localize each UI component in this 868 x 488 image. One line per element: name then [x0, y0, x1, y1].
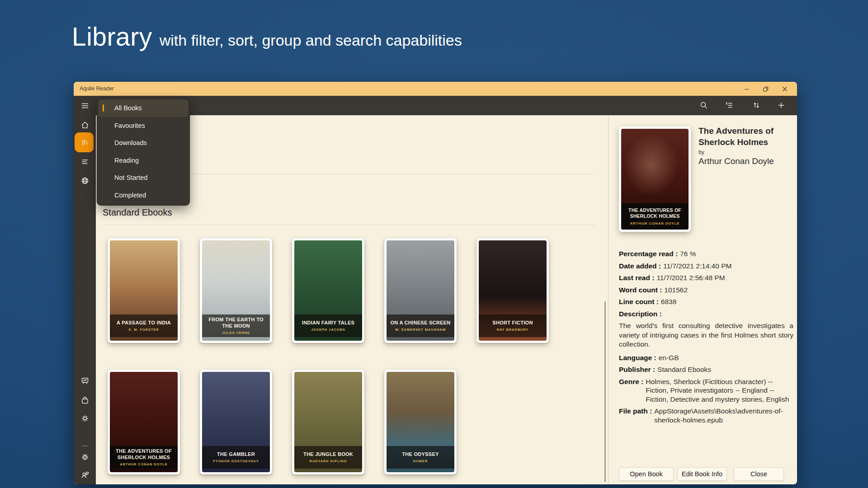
field-genre: Genre :Holmes, Sherlock (Fictitious char… — [619, 377, 793, 404]
globe-icon — [80, 176, 90, 185]
sort-button[interactable] — [747, 97, 765, 114]
book-cover[interactable]: THE ODYSSEY HOMER — [384, 370, 457, 474]
book-title: THE ODYSSEY — [402, 451, 439, 457]
book-cover-art: FROM THE EARTH TO THE MOON JULES VERNE — [202, 240, 270, 341]
restore-button[interactable] — [756, 82, 775, 96]
window-title: Aquile Reader — [80, 82, 114, 96]
menu-item-all-books[interactable]: All Books — [99, 99, 188, 117]
add-book-button[interactable] — [772, 97, 790, 114]
book-author: W. SOMERSET MAUGHAM — [395, 328, 446, 332]
book-cover[interactable]: SHORT FICTION RAY BRADBURY — [476, 238, 549, 343]
sidebar-item-debug[interactable] — [75, 448, 94, 465]
book-detail-panel: THE ADVENTURES OF SHERLOCK HOLMES ARTHUR… — [608, 115, 797, 484]
categories-icon — [80, 157, 90, 166]
minimize-icon — [742, 84, 751, 94]
shopping-bag-icon — [80, 396, 90, 405]
plus-icon — [777, 101, 786, 110]
search-icon — [699, 101, 708, 110]
sidebar-item-feedback[interactable] — [75, 466, 94, 483]
book-author: JOSEPH JACOBS — [311, 328, 345, 332]
close-panel-button[interactable]: Close — [734, 467, 784, 481]
open-book-button[interactable]: Open Book — [619, 467, 674, 481]
menu-item-label: Reading — [114, 157, 139, 164]
field-date-added: Date added :11/7/2021 2:14:40 PM — [619, 262, 793, 271]
detail-cover-title: THE ADVENTURES OF SHERLOCK HOLMES — [623, 207, 687, 219]
page-heading: Library with filter, sort, group and sea… — [72, 22, 462, 52]
book-title: THE ADVENTURES OF SHERLOCK HOLMES — [112, 448, 176, 460]
sidebar-item-settings[interactable] — [75, 410, 94, 427]
scrollbar[interactable] — [604, 301, 606, 482]
book-cover[interactable]: A PASSAGE TO INDIA E. M. FORSTER — [108, 238, 180, 343]
group-title: Standard Ebooks — [103, 207, 172, 218]
book-cover-art: THE GAMBLER FYODOR DOSTOEVSKY — [202, 372, 270, 472]
book-cover[interactable]: THE GAMBLER FYODOR DOSTOEVSKY — [200, 370, 272, 474]
group-list-button[interactable] — [720, 97, 738, 114]
library-filter-dropdown: All Books Favourites Downloads Reading N… — [97, 98, 190, 206]
menu-item-not-started[interactable]: Not Started — [99, 169, 188, 187]
book-caption-band: SHORT FICTION RAY BRADBURY — [479, 314, 547, 337]
selected-accent-bar — [103, 104, 104, 112]
sidebar-item-home[interactable] — [75, 117, 94, 134]
book-author: FYODOR DOSTOEVSKY — [213, 459, 259, 463]
book-title: INDIAN FAIRY TALES — [302, 320, 354, 326]
app-window: Aquile Reader — [74, 82, 797, 484]
sidebar — [74, 96, 96, 484]
sidebar-item-browse-web[interactable] — [75, 172, 94, 189]
book-cover[interactable]: INDIAN FAIRY TALES JOSEPH JACOBS — [292, 238, 364, 343]
group-title-underline — [103, 225, 595, 225]
field-line-count: Line count :6838 — [619, 297, 793, 306]
book-caption-band: THE ADVENTURES OF SHERLOCK HOLMES ARTHUR… — [110, 446, 178, 469]
book-cover[interactable]: THE ADVENTURES OF SHERLOCK HOLMES ARTHUR… — [108, 370, 180, 474]
library-books-icon — [80, 138, 90, 147]
book-title: A PASSAGE TO INDIA — [117, 320, 171, 326]
home-icon — [80, 121, 90, 130]
close-button[interactable] — [775, 82, 794, 96]
detail-caption-band: THE ADVENTURES OF SHERLOCK HOLMES ARTHUR… — [621, 203, 689, 230]
group-list-icon — [725, 101, 734, 110]
book-author: RAY BRADBURY — [497, 328, 529, 332]
detail-by-label: by — [698, 149, 793, 155]
nav-menu-button[interactable] — [75, 97, 94, 114]
sidebar-item-categories[interactable] — [75, 153, 94, 170]
menu-item-downloads[interactable]: Downloads — [99, 134, 188, 152]
detail-title-block: The Adventures ofSherlock Holmes by Arth… — [698, 125, 793, 166]
book-cover-art: A PASSAGE TO INDIA E. M. FORSTER — [110, 240, 178, 341]
close-icon — [780, 84, 789, 94]
titlebar[interactable]: Aquile Reader — [74, 82, 797, 96]
book-cover-art: THE JUNGLE BOOK RUDYARD KIPLING — [294, 372, 362, 472]
book-title: ON A CHINESE SCREEN — [390, 320, 450, 326]
minimize-button[interactable] — [737, 82, 756, 96]
menu-item-label: Favourites — [114, 122, 145, 129]
book-cover-art: INDIAN FAIRY TALES JOSEPH JACOBS — [294, 240, 362, 341]
book-author: E. M. FORSTER — [128, 328, 159, 332]
book-cover[interactable]: FROM THE EARTH TO THE MOON JULES VERNE — [200, 238, 272, 343]
sidebar-divider — [81, 446, 88, 446]
book-title: THE JUNGLE BOOK — [303, 451, 353, 457]
menu-item-reading[interactable]: Reading — [99, 152, 188, 169]
detail-cover-author: ARTHUR CONAN DOYLE — [630, 221, 680, 225]
book-caption-band: INDIAN FAIRY TALES JOSEPH JACOBS — [294, 314, 362, 337]
description-text: The world’s first consulting detective i… — [619, 321, 793, 349]
book-caption-band: A PASSAGE TO INDIA E. M. FORSTER — [110, 314, 178, 337]
detail-book-cover: THE ADVENTURES OF SHERLOCK HOLMES ARTHUR… — [619, 127, 691, 232]
menu-item-label: Completed — [114, 192, 146, 199]
book-title: THE GAMBLER — [217, 451, 255, 457]
edit-book-info-button[interactable]: Edit Book Info — [677, 467, 727, 481]
menu-item-favourites[interactable]: Favourites — [99, 117, 188, 135]
search-button[interactable] — [695, 97, 713, 114]
book-cover[interactable]: ON A CHINESE SCREEN W. SOMERSET MAUGHAM — [384, 238, 457, 343]
book-cover-art: SHORT FICTION RAY BRADBURY — [479, 240, 547, 341]
menu-item-label: Not Started — [114, 174, 147, 181]
book-author: RUDYARD KIPLING — [310, 459, 347, 463]
book-author: JULES VERNE — [222, 331, 250, 335]
book-author: HOMER — [413, 459, 428, 463]
sidebar-item-statistics[interactable] — [75, 372, 94, 389]
sidebar-item-store[interactable] — [75, 392, 94, 409]
menu-item-label: Downloads — [114, 139, 147, 146]
book-cover[interactable]: THE JUNGLE BOOK RUDYARD KIPLING — [292, 370, 364, 474]
sidebar-item-library[interactable] — [75, 134, 94, 151]
detail-book-title: The Adventures ofSherlock Holmes — [698, 125, 793, 148]
field-language: Language :en-GB — [619, 353, 793, 362]
heading-main: Library — [72, 22, 152, 52]
menu-item-completed[interactable]: Completed — [99, 187, 188, 204]
